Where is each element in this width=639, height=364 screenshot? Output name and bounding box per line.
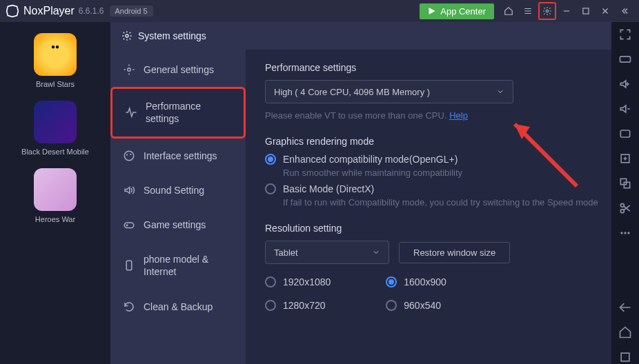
dropdown-value: Tablet [274,247,298,258]
phone-icon [123,259,135,272]
app-center-label: App Center [440,6,486,17]
performance-dropdown[interactable]: High ( 4 Core CPU, 4096 MB Memory ) [265,80,513,103]
palette-icon [123,150,135,162]
resolution-title: Resolution setting [265,223,620,234]
keyboard-icon[interactable] [618,52,632,66]
vt-hint: Please enable VT to use more than one CP… [265,110,620,121]
graphics-title: Graphics rendering mode [265,136,620,147]
main: Brawl Stars Black Desert Mobile Heroes W… [0,22,639,364]
close-button[interactable] [596,2,614,20]
app-item-black-desert[interactable]: Black Desert Mobile [21,101,89,156]
resolution-dropdown[interactable]: Tablet [265,241,389,264]
app-label: Brawl Stars [36,80,75,88]
svg-point-18 [627,232,629,234]
dropdown-value: High ( 4 Core CPU, 4096 MB Memory ) [274,87,430,97]
resolution-960-radio[interactable]: 960x540 [386,300,446,311]
settings-header: System settings [110,22,639,50]
sidebar-item-game[interactable]: Game settings [110,208,246,242]
svg-rect-19 [621,353,629,361]
play-icon [428,7,436,15]
sidebar-item-interface[interactable]: Interface settings [110,139,246,173]
logo: NoxPlayer 6.6.1.6 [6,4,104,18]
refresh-icon [123,301,135,313]
version-text: 6.6.1.6 [79,6,104,16]
radio-icon [386,300,397,311]
sidebar-item-label: phone model & Internet [144,253,233,278]
radio-icon [265,300,276,311]
graphics-directx-radio[interactable]: Basic Mode (DirectX) [265,183,620,194]
graphics-directx-sub: If fail to run with Compatibility mode, … [283,197,620,208]
performance-title: Performance settings [265,62,620,73]
sidebar-item-label: Interface settings [144,150,217,162]
collapse-button[interactable] [616,2,633,20]
pulse-icon [125,106,137,119]
sound-icon [123,184,135,196]
volume-up-icon[interactable] [618,77,632,91]
game-icon [123,219,135,231]
svg-point-16 [620,232,622,234]
svg-point-6 [130,153,131,154]
svg-point-15 [620,210,624,213]
volume-down-icon[interactable] [618,102,632,116]
radio-icon [265,276,276,287]
svg-point-14 [620,203,624,207]
gear-icon [542,6,552,16]
scissors-icon[interactable] [618,201,632,215]
restore-window-button[interactable]: Restore window size [399,242,510,263]
resolution-1600-radio[interactable]: 1600x900 [386,276,446,287]
app-icon [34,33,77,76]
nox-logo-icon [6,4,19,18]
graphics-opengl-sub: Run smoother while maintaining compatibi… [283,168,620,178]
app-label: Heroes War [35,215,75,223]
app-center-button[interactable]: App Center [420,3,494,19]
help-link[interactable]: Help [449,110,468,121]
app-item-brawl-stars[interactable]: Brawl Stars [34,33,77,88]
resolution-1280-radio[interactable]: 1280x720 [265,300,331,311]
sidebar-item-phone[interactable]: phone model & Internet [110,242,246,289]
sidebar-item-label: Game settings [144,219,206,231]
home-button[interactable] [500,2,518,20]
settings-gear-button[interactable] [538,2,556,20]
right-toolbar [611,22,639,364]
settings-sidebar: General settings Performance settings In… [110,50,246,364]
svg-rect-7 [124,223,134,228]
sidebar-item-general[interactable]: General settings [110,52,246,87]
fullscreen-icon[interactable] [618,28,632,41]
app-icon [34,101,77,143]
back-icon[interactable] [618,301,632,314]
sidebar-item-label: Performance settings [146,100,231,125]
graphics-opengl-radio[interactable]: Enhanced compatibility mode(OpenGL+) [265,154,620,165]
sidebar-item-clean[interactable]: Clean & Backup [110,290,246,324]
resolution-1920-radio[interactable]: 1920x1080 [265,276,331,287]
radio-label: 1280x720 [283,300,326,311]
menu-button[interactable] [519,2,537,20]
minimize-button[interactable] [558,2,576,20]
radio-label: Enhanced compatibility mode(OpenGL+) [283,154,458,165]
maximize-button[interactable] [577,2,595,20]
sidebar-item-sound[interactable]: Sound Setting [110,173,246,208]
screenshot-icon[interactable] [618,127,632,141]
radio-label: Basic Mode (DirectX) [283,183,374,194]
svg-point-0 [546,10,549,12]
gear-icon [121,30,132,41]
titlebar: NoxPlayer 6.6.1.6 Android 5 App Center [0,0,639,22]
svg-point-17 [624,232,626,234]
more-icon[interactable] [618,226,632,240]
sidebar-item-label: General settings [144,63,214,76]
radio-icon [386,276,397,287]
radio-label: 1920x1080 [283,276,331,287]
svg-point-3 [128,68,131,72]
settings-title: System settings [138,30,206,41]
home-icon[interactable] [618,325,632,339]
sidebar-item-performance[interactable]: Performance settings [110,87,246,138]
radio-label: 960x540 [404,300,441,311]
radio-icon [265,183,276,194]
recent-icon[interactable] [618,350,632,364]
apk-icon[interactable] [618,152,632,165]
multi-instance-icon[interactable] [618,176,632,190]
svg-rect-10 [620,130,629,137]
app-item-heroes-war[interactable]: Heroes War [34,168,77,223]
chevron-down-icon [496,88,504,96]
radio-label: 1600x900 [404,276,446,287]
sidebar-item-label: Sound Setting [144,184,204,196]
